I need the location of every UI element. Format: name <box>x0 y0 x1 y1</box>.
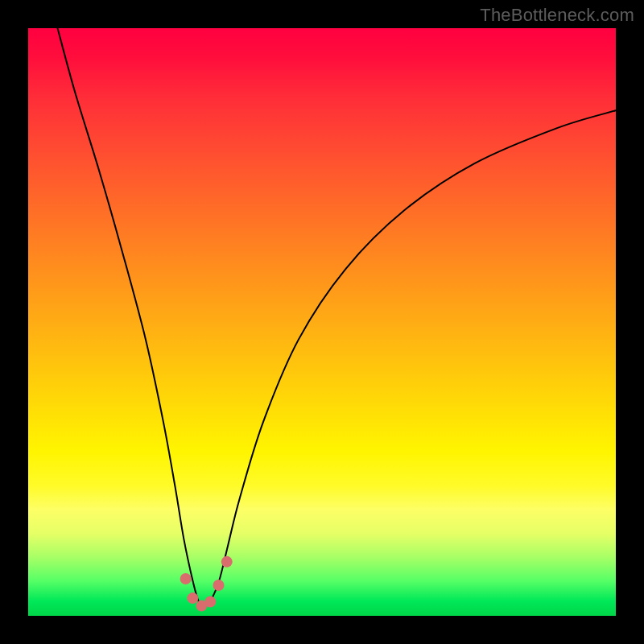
optimum-marker <box>221 556 233 568</box>
bottleneck-curve-path <box>58 28 617 606</box>
watermark-text: TheBottleneck.com <box>480 5 634 26</box>
optimum-marker <box>204 596 216 607</box>
optimum-marker <box>187 592 198 604</box>
plot-area <box>28 28 616 616</box>
optimum-marker <box>213 580 225 591</box>
optimum-marker-group <box>180 556 233 612</box>
curve-overlay <box>28 28 616 616</box>
optimum-marker <box>180 573 192 584</box>
